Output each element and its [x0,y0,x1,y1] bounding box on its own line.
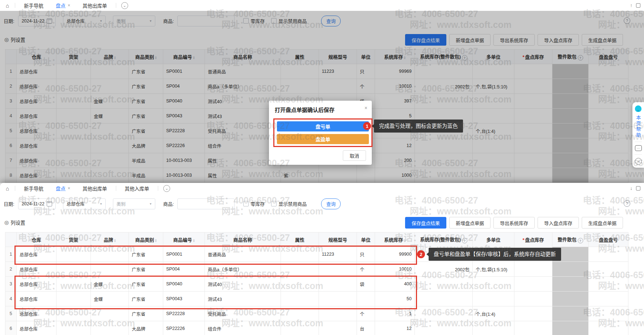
row-number-cell: 5 [5,306,17,321]
lightbulb-icon[interactable] [635,105,641,112]
maximize-icon[interactable] [636,3,640,8]
table-cell: 受托商品 [205,306,281,321]
dialog-title: 打开盘点单据确认后保存 [269,101,372,113]
table-cell [91,321,129,335]
show-disabled-checkbox[interactable]: 显示禁用商品 [271,200,307,207]
query-button[interactable]: 查询 [321,198,341,209]
close-icon[interactable]: × [68,186,70,191]
import-stock-button[interactable]: 导入盘点库存 [538,217,579,229]
cancel-button[interactable]: 取消 [343,150,366,161]
tab-stocktake[interactable]: 盘点 × [51,183,75,194]
category-placeholder: 类别 [117,200,126,207]
sort-icon[interactable]: ▴▾ [404,239,405,242]
checkbox-icon [243,201,249,206]
close-icon[interactable]: × [68,3,70,8]
home-icon[interactable]: ⌂ [4,3,11,9]
table-cell: 12 [375,321,415,335]
table-cell: 只 [357,247,375,262]
table-cell: 商品a（多单位） [205,262,281,277]
divider [116,3,116,8]
sort-icon[interactable]: ▴▾ [155,239,157,242]
table-row[interactable]: 3总部仓库金蝶广东省SP0040测试40袋400 [5,277,628,292]
close-icon[interactable]: × [365,105,367,111]
column-header[interactable]: 商品编号▴▾ [163,233,205,247]
table-cell: 1 [375,306,415,321]
column-header: 盘盈盘亏 [589,233,628,247]
table-row[interactable]: 6总部仓库大品牌SP22226组合件台12 [5,321,628,335]
column-header[interactable]: 系统库存▴▾ [375,233,415,247]
chevron-down-circle-icon[interactable]: ⌄ [163,185,170,192]
table-row[interactable]: 4总部仓库金蝶广东省SP0043测试4350 [5,292,628,306]
table-cell [281,247,319,262]
feedback-chat-icon[interactable]: ··· [635,145,642,151]
maximize-icon[interactable] [636,186,640,190]
page-help-icon[interactable]: ? [624,200,630,207]
show-disabled-label: 显示禁用商品 [278,200,307,207]
table-cell: SP22228 [163,306,205,321]
column-header[interactable]: 品牌▴▾ [91,233,129,247]
home-icon[interactable]: ⌂ [4,185,11,192]
chevron-down-circle-icon[interactable]: ⌄ [121,2,128,9]
table-cell [56,292,91,306]
export-stock-button[interactable]: 导出系统库存 [493,217,535,229]
help-question-icon[interactable]: ? [578,238,583,243]
table-cell [415,292,473,306]
table-cell: 广东省 [129,247,163,262]
divider [116,186,116,191]
stocktake-panel-bottom: ⌂ 新手导航 盘点 × 其他出库单 其他入库单 ⌄ ↓ 日期: 2024-11-… [0,183,644,335]
table-row[interactable]: 5总部仓库广东省SP22228受托商品个1个,台(1:4) [5,306,628,321]
table-cell: SP0040 [163,277,205,292]
new-sheet-button[interactable]: 新增盘点单据 [449,217,491,229]
table-cell [281,277,319,292]
column-header[interactable]: 商品类别▴▾ [129,233,163,247]
calendar-icon [47,201,52,206]
table-cell [589,292,628,306]
product-input[interactable] [177,198,235,209]
save-results-button[interactable]: 保存盘点结果 [405,217,446,229]
table-cell [514,321,552,335]
required-asterisk: * [522,237,524,243]
column-header: 仓库 [17,233,56,247]
scroll-down-icon[interactable]: ↓ [630,185,633,191]
tab-stocktake[interactable]: 盘点 × [51,0,75,11]
tab-other-outbound[interactable]: 其他出库单 [77,0,112,11]
sort-icon[interactable]: ▴▾ [114,239,116,242]
table-cell [552,277,589,292]
sort-icon[interactable]: ▴▾ [193,239,195,242]
date-picker[interactable]: 2024-11-22 [18,198,56,209]
table-row[interactable]: 2总部仓库广东省SP004商品a（多单位）个100102002包个,包,袋(1:… [5,262,628,277]
collapse-double-arrow-icon[interactable]: » [635,158,642,165]
table-cell: SP0001 [163,247,205,262]
scroll-up-icon[interactable]: ↑ [630,3,633,8]
table-cell [91,262,129,277]
table-cell: 总部仓库 [17,277,56,292]
row-number-header [5,233,17,247]
column-settings-button[interactable]: ◎ 列设置 [4,219,25,226]
help-question-icon[interactable]: ? [462,238,467,243]
tab-other-inbound[interactable]: 其他入库单 [120,183,155,194]
table-cell: 50 [375,292,415,306]
column-settings-label: 列设置 [10,219,25,226]
gain-sheet-button[interactable]: 盘盈单 [277,134,369,144]
tab-newbie-guide[interactable]: 新手导航 [19,183,49,194]
table-cell: 个,台(1:4) [473,306,514,321]
tab-other-outbound[interactable]: 其他出库单 [77,183,112,194]
page-help-label[interactable]: 本页帮助 [636,115,641,138]
table-cell: SP004 [163,262,205,277]
divider [635,142,642,142]
table-cell: 测试43 [205,292,281,306]
generate-sheet-button[interactable]: 生成盘点单据 [582,217,623,229]
table-cell [552,321,589,335]
table-cell: 广东省 [129,292,163,306]
table-cell [415,306,473,321]
zero-stock-checkbox[interactable]: 零库存 [243,200,265,207]
category-select[interactable]: 类别 ▾ [113,198,155,209]
tooltip-step-1: 完成盈亏处理，图标会更新为蓝色 [374,120,463,133]
table-cell [319,321,357,335]
table-cell [281,292,319,306]
column-header: 单位 [357,233,375,247]
loss-sheet-button[interactable]: 盘亏单 [277,121,369,131]
tab-newbie-guide[interactable]: 新手导航 [19,0,49,11]
warehouse-select[interactable]: 总部仓库 ▾ [63,198,106,209]
divider [15,186,15,191]
